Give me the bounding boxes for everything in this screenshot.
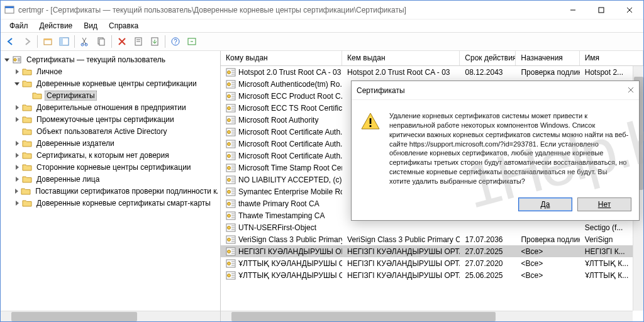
cell: <Все> [516, 247, 579, 256]
cell: <Все> [516, 259, 579, 268]
export-button[interactable] [147, 34, 162, 49]
svg-point-28 [228, 94, 231, 97]
table-row[interactable]: НЕГІЗГІ КУӘЛАНДЫРУШЫ ОРТА...НЕГІЗГІ КУӘЛ… [221, 245, 643, 257]
tree-view[interactable]: Сертификаты — текущий пользовательЛичное… [1, 51, 220, 311]
maximize-button[interactable] [587, 1, 615, 19]
cell: НЕГІЗГІ КУӘЛАНДЫРУШЫ ОРТА... [342, 259, 460, 268]
table-row[interactable]: ҰЛТТЫҚ КУӘЛАНДЫРУШЫ ОРТА...НЕГІЗГІ КУӘЛА… [221, 257, 643, 269]
cell: Microsoft Root Authority [221, 116, 342, 125]
certificate-icon [226, 128, 236, 136]
certificate-icon [226, 211, 236, 220]
dialog-yes-button[interactable]: Да [518, 197, 572, 211]
menu-action[interactable]: Действие [35, 20, 78, 31]
close-button[interactable] [615, 1, 643, 19]
dialog-titlebar[interactable]: Сертификаты [352, 81, 639, 100]
dialog-no-button[interactable]: Нет [577, 197, 631, 211]
tree-item-label: Доверенные корневые сертификаты смарт-ка… [35, 198, 213, 208]
cell: Microsoft Root Certificate Auth... [221, 128, 342, 136]
menu-file[interactable]: Файл [4, 20, 33, 31]
folder-icon [32, 91, 42, 101]
certificate-icon [226, 223, 236, 232]
folder-icon [21, 186, 31, 196]
expand-icon[interactable] [13, 104, 21, 111]
tree-item[interactable]: Доверенные корневые центры сертификации [1, 77, 220, 89]
menubar: Файл Действие Вид Справка [1, 19, 643, 32]
cell: ҰЛТТЫҚ КУӘЛАНДЫРУШЫ ОРТА... [221, 271, 342, 280]
properties-button[interactable] [131, 34, 146, 49]
certificate-icon [226, 80, 236, 89]
certificate-icon [226, 235, 236, 244]
svg-rect-13 [99, 39, 104, 45]
svg-point-58 [228, 274, 231, 277]
copy-button[interactable] [94, 34, 109, 49]
tree-item[interactable]: Доверенные издатели [1, 137, 220, 149]
table-row[interactable]: ҰЛТТЫҚ КУӘЛАНДЫРУШЫ ОРТА...НЕГІЗГІ КУӘЛА… [221, 269, 643, 281]
help-button[interactable]: ? [168, 34, 183, 49]
back-button[interactable] [3, 34, 18, 49]
expand-icon[interactable] [13, 164, 21, 171]
svg-rect-1 [5, 6, 14, 8]
expand-icon [13, 128, 21, 135]
expand-icon[interactable] [13, 116, 21, 123]
list-hscrollbar[interactable] [221, 311, 633, 321]
cut-button[interactable] [77, 34, 92, 49]
expand-icon[interactable] [13, 175, 21, 183]
separator [37, 35, 38, 48]
tree-item[interactable]: Сертификаты — текущий пользователь [1, 53, 220, 65]
minimize-button[interactable] [558, 1, 587, 19]
tree-hscrollbar[interactable] [1, 311, 220, 321]
dialog-close-button[interactable] [628, 86, 634, 95]
certificate-icon [226, 68, 236, 77]
table-row[interactable]: UTN-USERFirst-ObjectSectigo (f... [221, 221, 643, 233]
certificate-icon [226, 152, 236, 160]
tree-item[interactable]: Доверительные отношения в предприятии [1, 101, 220, 113]
menu-help[interactable]: Справка [104, 20, 143, 31]
tree-item[interactable]: Промежуточные центры сертификации [1, 113, 220, 125]
tree-item[interactable]: Личное [1, 65, 220, 77]
expand-icon[interactable] [13, 199, 21, 207]
tree-item[interactable]: Поставщики сертификатов проверки подлинн… [1, 185, 220, 197]
tree-item[interactable]: Сторонние корневые центры сертификации [1, 161, 220, 173]
collapse-icon[interactable] [13, 80, 21, 87]
tree-item[interactable]: Сертификаты, к которым нет доверия [1, 149, 220, 161]
cell: НЕГІЗГІ КУӘЛАНДЫРУШЫ ОРТА... [221, 247, 342, 256]
svg-rect-61 [370, 118, 372, 124]
show-hide-tree-button[interactable] [57, 34, 72, 49]
cell: 27.07.2020 [460, 259, 516, 268]
cell: Hotspot 2.0 Trust Root CA - 03 [342, 68, 460, 77]
certificate-icon [226, 92, 236, 101]
forward-button[interactable] [19, 34, 35, 49]
col-name[interactable]: Имя [580, 51, 643, 65]
col-purposes[interactable]: Назначения [516, 51, 579, 65]
refresh-button[interactable] [184, 34, 199, 49]
cell: Microsoft Root Certificate Auth... [221, 140, 342, 148]
svg-rect-7 [44, 39, 52, 40]
table-row[interactable]: Hotspot 2.0 Trust Root CA - 03Hotspot 2.… [221, 66, 643, 78]
up-button[interactable] [40, 34, 55, 49]
expand-icon[interactable] [13, 68, 21, 75]
cell: 08.12.2043 [460, 68, 516, 77]
svg-text:?: ? [174, 38, 177, 45]
tree-item[interactable]: Объект пользователя Active Directory [1, 125, 220, 137]
expand-icon[interactable] [13, 152, 21, 159]
title-path: - [Сертификаты — текущий пользователь\До… [44, 6, 406, 14]
cell: 17.07.2036 [460, 235, 516, 244]
expand-icon[interactable] [13, 140, 21, 147]
svg-point-24 [228, 70, 231, 74]
cell: <Все> [516, 271, 579, 280]
collapse-icon[interactable] [3, 56, 11, 64]
col-expiration[interactable]: Срок действия [460, 51, 516, 65]
titlebar: certmgr - [Сертификаты — текущий пользов… [1, 1, 643, 19]
delete-button[interactable] [114, 34, 130, 49]
tree-item[interactable]: Сертификаты [1, 89, 220, 101]
cell: Проверка подлин... [516, 68, 579, 77]
cell: UTN-USERFirst-Object [221, 223, 342, 232]
tree-item[interactable]: Доверенные лица [1, 173, 220, 185]
menu-view[interactable]: Вид [79, 20, 103, 31]
certificate-icon [226, 175, 236, 184]
expand-icon[interactable] [13, 187, 19, 195]
table-row[interactable]: VeriSign Class 3 Public Primary ...VeriS… [221, 233, 643, 245]
col-issued-by[interactable]: Кем выдан [342, 51, 460, 65]
col-issued-to[interactable]: Кому выдан [221, 51, 342, 65]
tree-item[interactable]: Доверенные корневые сертификаты смарт-ка… [1, 197, 220, 209]
